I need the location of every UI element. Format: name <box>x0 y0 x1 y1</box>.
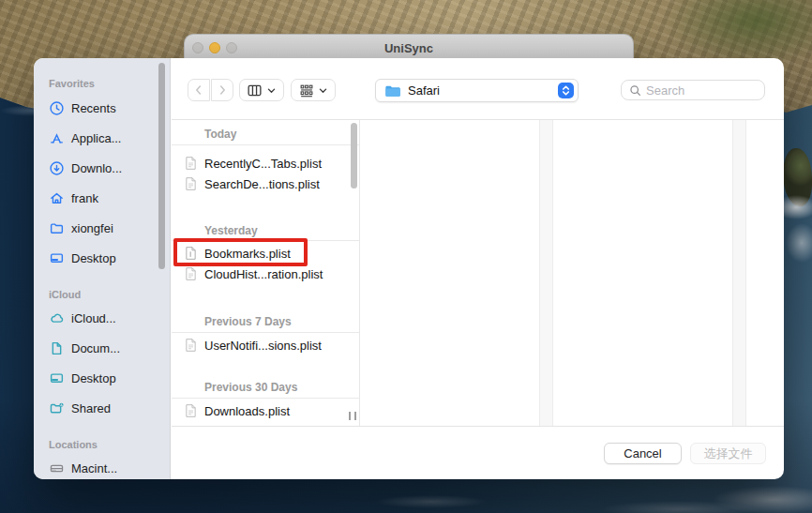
choose-file-button[interactable]: 选择文件 <box>690 443 766 464</box>
sidebar-item-label: iCloud... <box>71 311 116 325</box>
file-row-cloud-history[interactable]: CloudHist...ration.plist <box>185 264 323 283</box>
cloud-icon <box>49 310 65 326</box>
plist-file-icon <box>185 403 197 418</box>
sidebar-section-favorites: Favorites <box>49 78 95 89</box>
file-list-scrollbar[interactable] <box>351 123 357 189</box>
sidebar-item-label: Downlo... <box>71 161 122 175</box>
folder-icon <box>49 220 65 236</box>
search-field[interactable] <box>621 80 765 100</box>
sidebar-section-locations: Locations <box>49 439 98 450</box>
group-separator <box>172 332 359 333</box>
sidebar-item-icloud-drive[interactable]: iCloud... <box>45 308 165 328</box>
back-button[interactable] <box>188 79 210 101</box>
group-icon <box>299 83 314 98</box>
group-header-yesterday: Yesterday <box>204 224 258 237</box>
folder-icon <box>384 84 401 98</box>
file-name: SearchDe...tions.plist <box>204 177 320 191</box>
hard-drive-icon <box>49 460 65 476</box>
nav-buttons <box>188 79 233 101</box>
column-gutter <box>539 120 553 426</box>
file-browser: Today RecentlyC...Tabs.plist SearchDe...… <box>172 119 784 427</box>
chevron-down-icon <box>318 85 328 96</box>
file-row-recently-closed-tabs[interactable]: RecentlyC...Tabs.plist <box>185 154 322 173</box>
file-row-search-descriptions[interactable]: SearchDe...tions.plist <box>185 174 320 193</box>
file-row-user-notifications[interactable]: UserNotifi...sions.plist <box>185 336 322 355</box>
sidebar-item-label: Recents <box>71 101 116 115</box>
annotation-box-bookmarks <box>173 238 308 266</box>
location-popup[interactable]: Safari <box>375 79 579 102</box>
plist-file-icon <box>185 266 197 281</box>
shared-folder-icon <box>49 400 65 416</box>
download-icon <box>49 160 65 176</box>
chevron-left-icon <box>192 83 205 97</box>
group-separator <box>172 398 359 399</box>
sidebar-item-label: Desktop <box>71 251 116 265</box>
file-name: RecentlyC...Tabs.plist <box>204 157 322 171</box>
sidebar-item-icloud-desktop[interactable]: Desktop <box>45 368 165 388</box>
file-name: CloudHist...ration.plist <box>204 267 323 281</box>
sidebar-scrollbar[interactable] <box>158 63 165 269</box>
sidebar-item-label: Macint... <box>71 461 117 475</box>
view-mode-button[interactable] <box>239 79 284 101</box>
sidebar-item-label: Shared <box>71 401 111 415</box>
sidebar-item-documents[interactable]: Docum... <box>45 338 165 358</box>
sidebar-item-label: Applica... <box>71 131 121 145</box>
search-input[interactable] <box>646 83 757 98</box>
sidebar-item-label: frank <box>71 191 98 205</box>
group-header-today: Today <box>204 128 236 141</box>
unisync-window-titlebar: UniSync <box>184 34 634 60</box>
sidebar-item-applications[interactable]: Applica... <box>45 128 165 148</box>
sidebar-item-home-frank[interactable]: frank <box>45 188 165 208</box>
search-icon <box>629 84 641 97</box>
appstore-icon <box>49 130 65 146</box>
file-row-downloads[interactable]: Downloads.plist <box>185 401 290 420</box>
sidebar-item-shared[interactable]: Shared <box>45 398 165 418</box>
file-name: UserNotifi...sions.plist <box>204 339 322 353</box>
sidebar-item-desktop[interactable]: Desktop <box>45 248 165 268</box>
desktop-icon <box>49 250 65 266</box>
cancel-button[interactable]: Cancel <box>604 443 682 464</box>
file-row-partial[interactable] <box>185 423 197 427</box>
popup-stepper-icon <box>558 83 574 98</box>
sidebar-item-macintosh-hd[interactable]: Macint... <box>45 458 165 478</box>
sidebar-item-label: Desktop <box>71 371 116 385</box>
desktop-icon <box>49 370 65 386</box>
group-separator <box>172 144 359 145</box>
document-icon <box>49 340 65 356</box>
file-name: Downloads.plist <box>204 404 290 418</box>
column-gutter <box>732 120 746 426</box>
chevron-right-icon <box>216 83 229 97</box>
sidebar-item-downloads[interactable]: Downlo... <box>45 158 165 178</box>
sidebar-item-label: xiongfei <box>71 221 113 235</box>
open-dialog: Favorites Recents Applica... Downlo... f… <box>34 58 784 479</box>
group-header-previous-7-days: Previous 7 Days <box>204 315 292 328</box>
forward-button[interactable] <box>211 79 233 101</box>
column-resize-handle[interactable] <box>349 412 356 420</box>
location-label: Safari <box>408 83 551 98</box>
sidebar-section-icloud: iCloud <box>49 289 81 300</box>
rock-outcrop <box>783 148 812 206</box>
group-by-button[interactable] <box>291 79 336 101</box>
column-divider <box>359 120 360 426</box>
plist-file-icon <box>185 425 197 427</box>
chevron-down-icon <box>266 85 277 96</box>
column-view-icon <box>247 83 263 98</box>
sidebar: Favorites Recents Applica... Downlo... f… <box>34 58 171 479</box>
sidebar-item-xiongfei[interactable]: xiongfei <box>45 218 165 238</box>
window-title: UniSync <box>185 41 633 55</box>
plist-file-icon <box>185 176 197 191</box>
home-icon <box>49 190 65 206</box>
sidebar-item-recents[interactable]: Recents <box>45 98 165 118</box>
sidebar-item-label: Docum... <box>71 341 120 355</box>
plist-file-icon <box>185 156 197 171</box>
clock-icon <box>49 100 65 116</box>
plist-file-icon <box>185 338 197 353</box>
group-header-previous-30-days: Previous 30 Days <box>204 381 297 394</box>
